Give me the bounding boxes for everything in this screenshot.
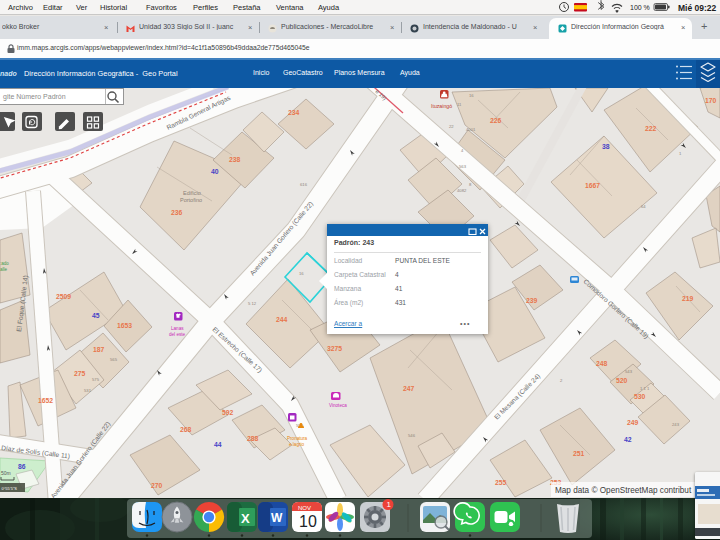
svg-text:3275: 3275 [327, 345, 342, 352]
svg-text:Ituzaingó: Ituzaingó [431, 103, 452, 109]
svg-text:251: 251 [573, 450, 585, 457]
svg-text:575: 575 [92, 377, 100, 382]
svg-text:1 1 1: 1 1 1 [640, 386, 650, 391]
svg-text:236: 236 [171, 209, 183, 216]
svg-text:11: 11 [457, 102, 462, 107]
svg-text:NOV: NOV [298, 505, 311, 511]
svg-text:Mié 09:22: Mié 09:22 [678, 3, 717, 13]
svg-text:45: 45 [92, 312, 100, 319]
svg-text:170: 170 [705, 97, 717, 104]
svg-text:1: 1 [386, 500, 391, 509]
svg-text:1653: 1653 [117, 322, 132, 329]
svg-text:X: X [241, 511, 250, 526]
svg-text:Map data © OpenStreetMap contr: Map data © OpenStreetMap contribut [555, 486, 692, 495]
svg-text:247: 247 [403, 385, 415, 392]
svg-text::ado: :ado [0, 261, 9, 266]
svg-text:268: 268 [180, 426, 192, 433]
svg-text:244: 244 [276, 316, 288, 323]
svg-text:5 12: 5 12 [248, 301, 257, 306]
svg-text:239: 239 [526, 297, 538, 304]
svg-text:4001: 4001 [466, 127, 476, 132]
svg-text:4082: 4082 [457, 188, 467, 193]
svg-text:38: 38 [602, 143, 610, 150]
svg-text:0°55’5"S: 0°55’5"S [2, 486, 18, 491]
svg-text:42: 42 [624, 436, 632, 443]
svg-text:563: 563 [459, 164, 467, 169]
svg-text:10: 10 [299, 513, 317, 530]
svg-text:alle: alle [0, 267, 8, 272]
svg-text:565: 565 [110, 357, 118, 362]
svg-text:234: 234 [288, 109, 300, 116]
svg-text:270: 270 [151, 482, 163, 489]
svg-text:44: 44 [214, 441, 222, 448]
svg-text:22: 22 [449, 124, 454, 129]
svg-text:238: 238 [229, 156, 241, 163]
svg-text:219: 219 [682, 295, 694, 302]
svg-text:530: 530 [634, 393, 646, 400]
svg-text:Lanas: Lanas [171, 326, 184, 331]
svg-text:226: 226 [490, 117, 502, 124]
svg-text:64: 64 [641, 204, 646, 209]
svg-text:222: 222 [645, 125, 657, 132]
svg-text:Vinoteca: Vinoteca [329, 403, 347, 408]
svg-text:50m: 50m [1, 470, 11, 476]
svg-text:Pronatura: Pronatura [287, 436, 308, 441]
svg-text:2509: 2509 [56, 293, 71, 300]
svg-text:40: 40 [211, 168, 219, 175]
svg-text:243: 243 [672, 422, 680, 427]
svg-text:86: 86 [18, 463, 26, 470]
svg-text:616: 616 [300, 182, 308, 187]
svg-text:288: 288 [247, 435, 259, 442]
svg-text:Edificio: Edificio [183, 190, 201, 196]
svg-text:W: W [271, 511, 283, 525]
svg-text:249: 249 [627, 419, 639, 426]
svg-text:531: 531 [84, 388, 92, 393]
svg-text:275: 275 [74, 370, 86, 377]
svg-text:e.lagrio: e.lagrio [289, 442, 305, 447]
svg-text:520: 520 [616, 377, 628, 384]
svg-text:255: 255 [495, 479, 507, 486]
svg-text:16: 16 [299, 271, 304, 276]
svg-text:546: 546 [408, 433, 416, 438]
svg-text:del este: del este [169, 332, 186, 337]
svg-text:592: 592 [222, 409, 234, 416]
svg-text:1652: 1652 [38, 397, 53, 404]
svg-text:100 %: 100 % [630, 4, 650, 11]
svg-text:543: 543 [625, 369, 633, 374]
svg-text:248: 248 [596, 360, 608, 367]
svg-text:Portofino: Portofino [180, 197, 202, 203]
svg-text:16: 16 [469, 93, 474, 98]
svg-text:1667: 1667 [585, 182, 600, 189]
svg-text:187: 187 [93, 346, 105, 353]
